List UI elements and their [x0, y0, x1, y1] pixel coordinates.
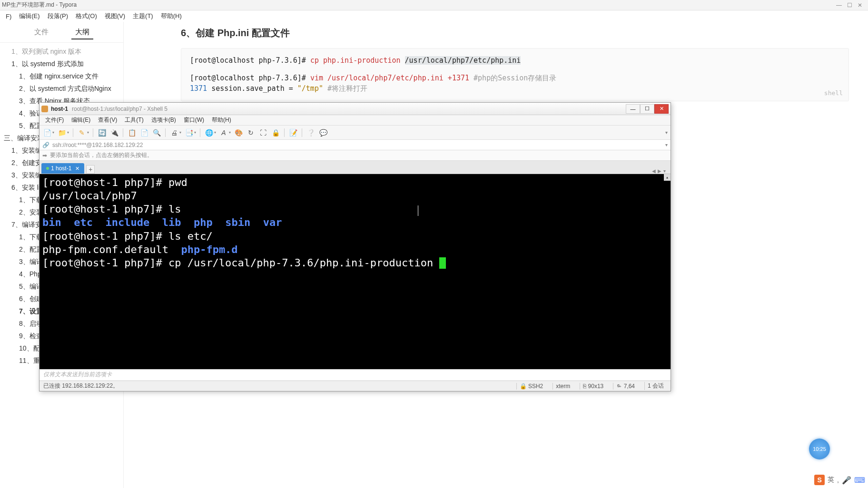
- prompt: [root@host-1 php7]#: [42, 257, 168, 269]
- terminal[interactable]: ▴ [root@host-1 php7]# pwd /usr/local/php…: [39, 174, 671, 369]
- language-button[interactable]: 🌐▾: [204, 128, 216, 137]
- paste-button[interactable]: 📄: [139, 128, 149, 137]
- status-connection: 已连接 192.168.182.129:22。: [43, 382, 118, 390]
- tab-prev-icon[interactable]: ◀: [652, 168, 656, 174]
- outline-item[interactable]: 2、以 systemctl 方式启动Nginx: [0, 83, 123, 95]
- add-tab-button[interactable]: +: [86, 165, 95, 174]
- keyboard-icon[interactable]: ⌨: [854, 476, 865, 485]
- status-right: 🔒 SSH2 xterm ⎘ 90x13 ೩ 7,64 1 会话: [516, 382, 667, 390]
- terminal-line: [root@host-1 php7]# pwd: [42, 176, 668, 189]
- toolbar-separator: [302, 128, 302, 137]
- fullscreen-button[interactable]: ⛶: [258, 128, 268, 137]
- new-icon: 📄: [42, 128, 52, 137]
- xshell-tab-bar: 1 host-1 ✕ + ◀ ▶ ▾: [39, 161, 671, 174]
- xshell-title-main: host-1: [51, 106, 68, 112]
- xshell-status-bar: 已连接 192.168.182.129:22。 🔒 SSH2 xterm ⎘ 9…: [39, 381, 671, 391]
- typora-window-controls: — ☐ ✕: [836, 2, 866, 9]
- status-cursor: ೩ 7,64: [613, 383, 638, 390]
- font-button[interactable]: A▾: [219, 128, 231, 137]
- minimize-button[interactable]: —: [626, 104, 640, 114]
- copy-button[interactable]: 📋: [127, 128, 137, 137]
- tab-next-icon[interactable]: ▶: [658, 168, 661, 174]
- terminal-output: bin etc include lib php sbin var: [42, 216, 668, 229]
- xshell-input-bar[interactable]: 仅将文本发送到当前选项卡: [39, 369, 671, 381]
- menu-file[interactable]: 文件(F): [41, 115, 68, 125]
- toolbar-separator: [284, 128, 285, 137]
- menu-theme[interactable]: 主题(T): [129, 11, 157, 21]
- menu-view[interactable]: 查看(V): [94, 115, 121, 125]
- menu-file[interactable]: F): [2, 12, 15, 21]
- tab-nav: ◀ ▶ ▾: [652, 168, 669, 174]
- xshell-window-controls: — ☐ ✕: [626, 104, 669, 114]
- menu-edit[interactable]: 编辑(E): [15, 11, 43, 21]
- menu-window[interactable]: 窗口(W): [180, 115, 208, 125]
- terminal-output: /usr/local/php7: [42, 189, 668, 203]
- menu-format[interactable]: 格式(O): [72, 11, 101, 21]
- lock-button[interactable]: 🔒: [271, 128, 280, 137]
- toolbar-menu-caret[interactable]: ▾: [665, 130, 668, 135]
- tab-outline[interactable]: 大纲: [71, 26, 93, 39]
- menu-help[interactable]: 帮助(H): [157, 11, 186, 21]
- tab-list-icon[interactable]: ▾: [663, 168, 666, 174]
- address-caret[interactable]: ▾: [665, 142, 668, 147]
- maximize-button[interactable]: ☐: [846, 2, 853, 9]
- help-button[interactable]: ❔: [306, 128, 316, 137]
- code-block[interactable]: [root@localhost php-7.3.6]# cp php.ini-p…: [181, 48, 849, 101]
- address-text[interactable]: ssh://root:****@192.168.182.129:22: [52, 142, 143, 148]
- menu-tabs[interactable]: 选项卡(B): [148, 115, 180, 125]
- close-button[interactable]: ✕: [654, 104, 669, 114]
- command: ls: [168, 203, 181, 215]
- disconnect-button[interactable]: 🔌: [109, 128, 119, 137]
- ime-sep[interactable]: ,: [837, 476, 839, 484]
- menu-help[interactable]: 帮助(H): [208, 115, 235, 125]
- code-prompt: [root@localhost php-7.3.6]#: [190, 56, 310, 65]
- refresh-button[interactable]: ↻: [246, 128, 256, 137]
- menu-edit[interactable]: 编辑(E): [68, 115, 94, 125]
- print-button[interactable]: 🖨▾: [169, 128, 181, 137]
- code-comment: #php的Session存储目录: [473, 74, 556, 82]
- code-linenum: 1371: [190, 84, 207, 93]
- color-button[interactable]: 🎨: [234, 128, 243, 137]
- text-caret: [418, 205, 418, 216]
- ime-lang[interactable]: 英: [828, 476, 834, 484]
- code-comment: #将注释打开: [323, 84, 367, 93]
- maximize-button[interactable]: ☐: [640, 104, 654, 114]
- ime-logo-icon[interactable]: S: [814, 475, 825, 485]
- tab-close-icon[interactable]: ✕: [75, 166, 79, 172]
- xshell-icon: [41, 106, 48, 112]
- compose-button[interactable]: 📝: [288, 128, 298, 137]
- search-button[interactable]: 🔍: [152, 128, 161, 137]
- code-string: "/tmp": [297, 84, 323, 93]
- dir-entry: etc: [74, 216, 93, 228]
- pen-icon: ✎: [77, 128, 87, 137]
- tab-files[interactable]: 文件: [30, 26, 52, 39]
- chat-button[interactable]: 💬: [318, 128, 328, 137]
- xshell-address-bar: 🔗 ssh://root:****@192.168.182.129:22 ▾: [39, 140, 671, 150]
- floating-timer[interactable]: 10:25: [809, 439, 830, 459]
- minimize-button[interactable]: —: [836, 2, 842, 9]
- menu-view[interactable]: 视图(V): [101, 11, 129, 21]
- code-cmd: cp php.ini-production: [310, 56, 405, 65]
- menu-paragraph[interactable]: 段落(P): [44, 11, 72, 21]
- dir-entry: sbin: [225, 216, 250, 228]
- outline-item[interactable]: 1、以 systemd 形式添加: [0, 58, 123, 70]
- menu-tools[interactable]: 工具(T): [121, 115, 147, 125]
- mic-icon[interactable]: 🎤: [842, 476, 851, 485]
- highlight-button[interactable]: ✎▾: [77, 128, 89, 137]
- close-button[interactable]: ✕: [857, 2, 863, 9]
- outline-item[interactable]: 1、创建 nginx.service 文件: [0, 70, 123, 83]
- arrow-icon[interactable]: ➡: [42, 152, 47, 159]
- properties-button[interactable]: 📑▾: [184, 128, 196, 137]
- typora-titlebar: MP生产环境部署.md - Typora — ☐ ✕: [0, 0, 868, 10]
- outline-item[interactable]: 1、双列测试 nginx 版本: [0, 46, 123, 58]
- xshell-titlebar[interactable]: host-1 root@host-1:/usr/local/php7 - Xsh…: [39, 103, 671, 115]
- open-button[interactable]: 📁▾: [57, 128, 69, 137]
- new-session-button[interactable]: 📄▾: [42, 128, 54, 137]
- scroll-up-icon[interactable]: ▴: [664, 174, 671, 181]
- toolbar-separator: [73, 128, 73, 137]
- chain-icon: 🔗: [42, 142, 49, 148]
- reconnect-button[interactable]: 🔄: [97, 128, 107, 137]
- code-line: [root@localhost php-7.3.6]# cp php.ini-p…: [190, 55, 840, 66]
- globe-icon: 🌐: [204, 128, 214, 137]
- session-tab[interactable]: 1 host-1 ✕: [41, 163, 84, 174]
